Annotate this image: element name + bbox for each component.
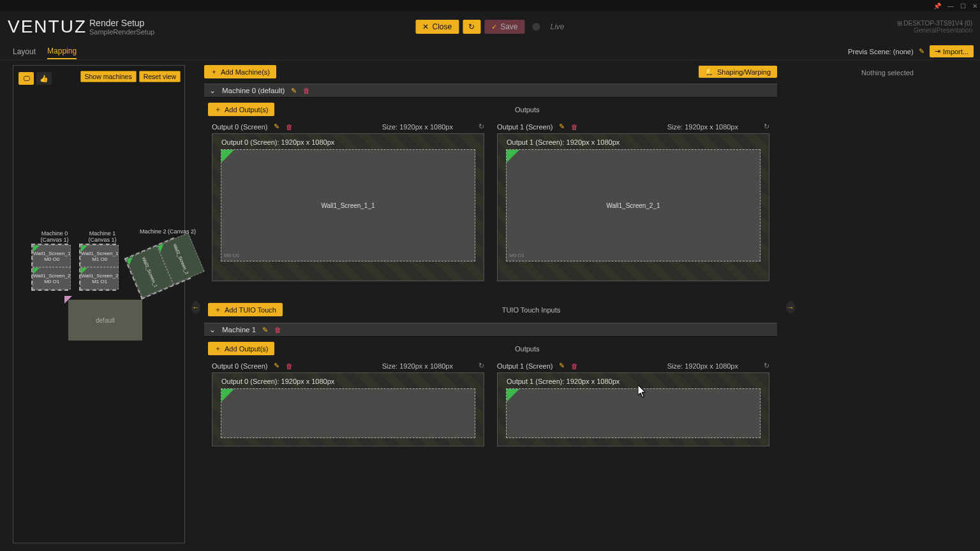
edit-output-icon[interactable]: ✎ [274, 362, 279, 370]
mapping-panel: ← ＋Add Machine(s) 🔔Shaping/Warping ⌄ Mac… [191, 60, 795, 550]
output-1-1-size: Size: 1920px x 1080px [667, 362, 738, 370]
outputs-section-title: Outputs [281, 345, 773, 353]
add-tuio-label: Add TUIO Touch [225, 306, 276, 314]
preview-default-box[interactable]: default [68, 300, 142, 341]
add-machines-button[interactable]: ＋Add Machine(s) [204, 65, 276, 78]
header-machine-info: ⊞ DESKTOP-3TS91V4 (0) GeneralPresentatio… [897, 20, 972, 34]
preview-machine-2[interactable]: Wall2_Screen_1 Wall2_Screen_2 [124, 237, 191, 299]
edit-output-icon[interactable]: ✎ [559, 122, 565, 131]
app-logo: VENTUZ [8, 17, 84, 37]
previs-scene-label: Previs Scene: (none) [848, 48, 914, 55]
app-header: VENTUZ Render Setup SampleRenderSetup ✕C… [0, 11, 980, 42]
delete-machine-icon[interactable]: 🗑 [274, 326, 281, 334]
refresh-icon: ↻ [468, 22, 475, 31]
output-1-1-box[interactable]: Output 1 (Screen): 1920px x 1080px [497, 372, 769, 446]
machine-0-name: Machine 0 (default) [222, 87, 285, 94]
output-0-0-title: Output 0 (Screen): 1920px x 1080px [221, 138, 334, 146]
page-title: Render Setup [89, 18, 154, 28]
chevron-down-icon[interactable]: ⌄ [209, 325, 216, 334]
preview-machine-0[interactable]: Wall1_Screen_1M0 O0 Wall1_Screen_2M0 O1 [31, 244, 68, 291]
edit-machine-icon[interactable]: ✎ [291, 87, 297, 95]
machine-1-header[interactable]: ⌄ Machine 1 ✎ 🗑 [204, 323, 777, 337]
nothing-selected-label: Nothing selected [795, 69, 980, 77]
edit-output-icon[interactable]: ✎ [559, 362, 565, 370]
close-label: Close [432, 22, 452, 31]
refresh-output-icon[interactable]: ↻ [479, 362, 484, 370]
scroll-right-icon[interactable]: → [786, 301, 795, 314]
refresh-output-icon[interactable]: ↻ [764, 362, 769, 370]
show-machines-button[interactable]: Show machines [80, 71, 137, 82]
delete-output-icon[interactable]: 🗑 [571, 123, 578, 131]
add-tuio-button-0[interactable]: ＋Add TUIO Touch [208, 303, 283, 316]
output-0-0-size: Size: 1920px x 1080px [382, 123, 453, 131]
preview-m1-label: Machine 1 (Canvas 1) [79, 230, 126, 243]
close-button[interactable]: ✕Close [415, 20, 459, 34]
check-icon: ✓ [491, 23, 497, 31]
add-machines-label: Add Machine(s) [221, 68, 270, 76]
live-indicator-icon[interactable] [533, 23, 540, 31]
delete-machine-icon[interactable]: 🗑 [303, 87, 310, 94]
output-1-0-name: Output 0 (Screen) [212, 362, 267, 370]
preview-m0-label: Machine 0 (Canvas 1) [31, 230, 78, 243]
add-outputs-button-0[interactable]: ＋Add Output(s) [208, 103, 274, 116]
add-outputs-label: Add Output(s) [225, 106, 268, 114]
shaping-warping-button[interactable]: 🔔Shaping/Warping [699, 66, 777, 78]
refresh-output-icon[interactable]: ↻ [479, 122, 484, 131]
window-close-icon[interactable]: ✕ [972, 3, 977, 10]
output-0-1-box[interactable]: Output 1 (Screen): 1920px x 1080px Wall1… [497, 133, 769, 281]
properties-panel: Nothing selected [795, 60, 980, 550]
add-outputs-label: Add Output(s) [225, 345, 268, 353]
import-icon: ⇥ [935, 47, 940, 55]
window-titlebar: 📌 — ☐ ✕ [0, 0, 980, 11]
refresh-output-icon[interactable]: ↻ [764, 122, 769, 131]
live-label: Live [551, 22, 565, 31]
machines-scroll[interactable]: ＋Add Machine(s) 🔔Shaping/Warping ⌄ Machi… [198, 65, 786, 550]
plus-icon: ＋ [214, 305, 221, 314]
chevron-down-icon[interactable]: ⌄ [209, 86, 216, 95]
output-0-0-box[interactable]: Output 0 (Screen): 1920px x 1080px Wall1… [212, 133, 484, 281]
plus-icon: ＋ [214, 105, 221, 114]
tab-layout[interactable]: Layout [13, 47, 36, 59]
output-1-0-box[interactable]: Output 0 (Screen): 1920px x 1080px [212, 372, 484, 446]
output-0-1-foot: M0 O1 [509, 253, 524, 258]
bell-icon: 🔔 [705, 68, 714, 76]
edit-machine-icon[interactable]: ✎ [262, 326, 268, 334]
machine-1-name: Machine 1 [222, 326, 256, 334]
output-0-0-foot: M0 O0 [224, 253, 239, 258]
import-label: Import... [943, 48, 969, 55]
preview-machine-1[interactable]: Wall1_Screen_1M1 O0 Wall1_Screen_2M1 O1 [79, 244, 116, 291]
thumb-tool-icon[interactable]: 👍 [36, 72, 52, 85]
edit-previs-icon[interactable]: ✎ [919, 47, 924, 55]
reset-view-button[interactable]: Reset view [139, 71, 181, 82]
plus-icon: ＋ [211, 67, 218, 77]
output-0-1-center: Wall1_Screen_2_1 [606, 202, 660, 209]
desktop-id: ⊞ DESKTOP-3TS91V4 (0) [897, 20, 972, 27]
tuio-section-title: TUIO Touch Inputs [289, 306, 773, 314]
output-1-0-size: Size: 1920px x 1080px [382, 362, 453, 370]
monitor-tool-icon[interactable]: 🖵 [19, 72, 34, 85]
save-button[interactable]: ✓Save [484, 20, 524, 34]
tab-mapping[interactable]: Mapping [47, 47, 77, 59]
window-pin-icon[interactable]: 📌 [933, 3, 941, 10]
machine-0-header[interactable]: ⌄ Machine 0 (default) ✎ 🗑 [204, 84, 777, 98]
add-outputs-button-1[interactable]: ＋Add Output(s) [208, 342, 274, 355]
edit-output-icon[interactable]: ✎ [274, 122, 279, 131]
output-0-1-size: Size: 1920px x 1080px [667, 123, 738, 131]
delete-output-icon[interactable]: 🗑 [286, 123, 293, 131]
delete-output-icon[interactable]: 🗑 [571, 362, 578, 370]
output-1-1-title: Output 1 (Screen): 1920px x 1080px [507, 378, 620, 385]
header-title-block: Render Setup SampleRenderSetup [89, 18, 154, 36]
output-0-1-name: Output 1 (Screen) [497, 123, 553, 131]
refresh-button[interactable]: ↻ [463, 20, 480, 34]
save-label: Save [500, 22, 517, 31]
layout-preview-panel: 🖵 👍 Show machines Reset view Machine 0 (… [0, 60, 191, 550]
window-maximize-icon[interactable]: ☐ [960, 3, 966, 10]
window-minimize-icon[interactable]: — [947, 3, 954, 10]
close-x-icon: ✕ [422, 22, 429, 31]
delete-output-icon[interactable]: 🗑 [286, 362, 293, 370]
import-button[interactable]: ⇥Import... [930, 45, 974, 57]
preview-canvas[interactable]: 🖵 👍 Show machines Reset view Machine 0 (… [13, 65, 185, 543]
plus-icon: ＋ [214, 344, 221, 353]
outputs-section-title: Outputs [281, 106, 773, 114]
shaping-label: Shaping/Warping [717, 68, 771, 76]
